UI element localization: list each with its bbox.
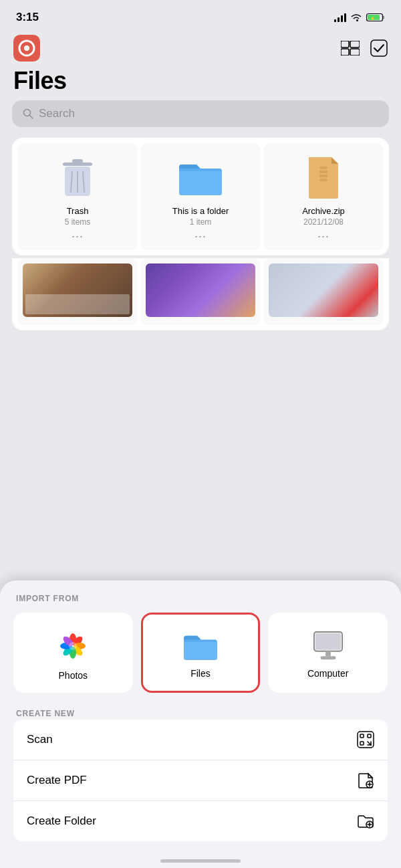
files-folder-icon bbox=[182, 631, 219, 661]
file-card-photo3[interactable] bbox=[263, 258, 384, 325]
create-folder-icon bbox=[357, 812, 374, 830]
create-pdf-label: Create PDF bbox=[27, 774, 87, 787]
status-bar: 3:15 ⚡ bbox=[0, 0, 401, 29]
search-bar[interactable]: Search bbox=[12, 100, 389, 127]
svg-rect-19 bbox=[319, 167, 327, 169]
action-create-folder[interactable]: Create Folder bbox=[13, 801, 388, 841]
bottom-sheet: IMPORT FROM Photos bbox=[0, 580, 401, 868]
file-card-photo1[interactable] bbox=[17, 258, 138, 325]
svg-rect-1 bbox=[383, 16, 385, 19]
import-from-label: IMPORT FROM bbox=[13, 594, 388, 603]
photo-thumb-2 bbox=[146, 263, 255, 317]
svg-rect-7 bbox=[350, 41, 360, 47]
scan-label: Scan bbox=[27, 733, 53, 746]
checkmark-icon[interactable] bbox=[370, 39, 388, 57]
svg-rect-40 bbox=[360, 742, 364, 745]
svg-rect-10 bbox=[371, 40, 387, 56]
home-indicator bbox=[160, 859, 241, 863]
app-logo[interactable] bbox=[13, 35, 40, 62]
svg-point-32 bbox=[69, 642, 77, 650]
create-pdf-icon bbox=[357, 772, 374, 789]
signal-icon bbox=[334, 13, 346, 22]
svg-rect-14 bbox=[72, 159, 83, 163]
file-more-zip[interactable]: ··· bbox=[317, 229, 329, 243]
status-time: 3:15 bbox=[16, 11, 39, 24]
import-computer[interactable]: Computer bbox=[268, 613, 388, 693]
search-icon bbox=[23, 108, 33, 119]
app-header bbox=[0, 29, 401, 64]
svg-rect-22 bbox=[319, 179, 327, 181]
svg-rect-20 bbox=[319, 171, 327, 173]
svg-rect-35 bbox=[325, 651, 331, 657]
file-name-zip: Archive.zip bbox=[302, 206, 345, 216]
header-actions bbox=[341, 39, 388, 57]
action-scan[interactable]: Scan bbox=[13, 720, 388, 760]
file-card-trash[interactable]: Trash 5 items ··· bbox=[17, 143, 138, 250]
file-more-trash[interactable]: ··· bbox=[72, 229, 84, 243]
file-name-trash: Trash bbox=[67, 206, 89, 216]
svg-rect-38 bbox=[360, 734, 364, 738]
photos-icon bbox=[55, 629, 90, 663]
folder-icon-area bbox=[176, 154, 225, 201]
svg-rect-8 bbox=[341, 49, 349, 56]
file-name-folder: This is a folder bbox=[172, 206, 229, 216]
status-icons: ⚡ bbox=[334, 13, 385, 22]
scan-icon bbox=[357, 731, 374, 748]
file-grid-row2 bbox=[12, 258, 389, 330]
file-card-folder[interactable]: This is a folder 1 item ··· bbox=[140, 143, 261, 250]
file-meta-zip: 2021/12/08 bbox=[303, 217, 344, 227]
svg-text:⚡: ⚡ bbox=[370, 15, 376, 21]
create-new-label: CREATE NEW bbox=[13, 709, 388, 718]
battery-icon: ⚡ bbox=[366, 13, 385, 22]
import-files-label: Files bbox=[190, 668, 211, 679]
folder-icon bbox=[176, 158, 225, 197]
computer-icon bbox=[311, 631, 346, 661]
zip-icon-area bbox=[305, 154, 342, 201]
trash-icon-area bbox=[59, 154, 96, 201]
photo-thumb-1 bbox=[23, 263, 132, 317]
import-grid: Photos Files Computer bbox=[13, 613, 388, 693]
list-view-icon[interactable] bbox=[341, 41, 360, 56]
action-create-pdf[interactable]: Create PDF bbox=[13, 760, 388, 801]
import-photos[interactable]: Photos bbox=[13, 613, 133, 693]
file-meta-folder: 1 item bbox=[190, 217, 212, 227]
svg-rect-36 bbox=[320, 656, 336, 659]
action-list: Scan Create PDF bbox=[13, 720, 388, 841]
file-meta-trash: 5 items bbox=[65, 217, 91, 227]
file-card-photo2[interactable] bbox=[140, 258, 261, 325]
svg-rect-39 bbox=[368, 734, 371, 738]
file-more-folder[interactable]: ··· bbox=[194, 229, 207, 243]
photo-thumb-3 bbox=[269, 263, 378, 317]
file-card-zip[interactable]: Archive.zip 2021/12/08 ··· bbox=[263, 143, 384, 250]
import-computer-label: Computer bbox=[307, 668, 348, 679]
page-title: Files bbox=[0, 64, 401, 100]
svg-rect-21 bbox=[319, 175, 327, 177]
trash-icon bbox=[59, 156, 96, 199]
svg-rect-9 bbox=[350, 49, 360, 56]
svg-point-5 bbox=[24, 45, 29, 51]
file-grid: Trash 5 items ··· This is a folder 1 ite… bbox=[12, 138, 389, 255]
svg-rect-34 bbox=[315, 633, 340, 650]
search-placeholder: Search bbox=[39, 107, 75, 120]
svg-line-12 bbox=[30, 116, 33, 119]
create-folder-label: Create Folder bbox=[27, 815, 96, 828]
wifi-icon bbox=[350, 13, 362, 22]
zip-icon bbox=[305, 154, 342, 200]
import-files[interactable]: Files bbox=[141, 613, 261, 693]
svg-rect-6 bbox=[341, 41, 349, 47]
import-photos-label: Photos bbox=[59, 670, 88, 681]
